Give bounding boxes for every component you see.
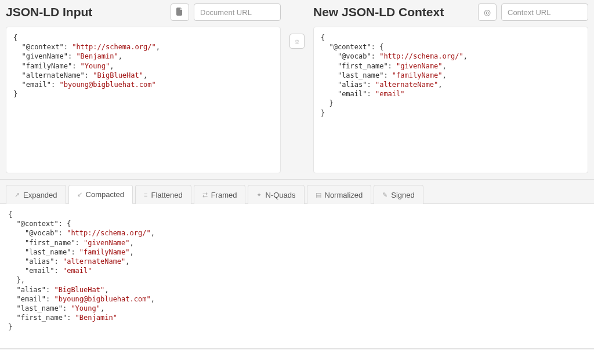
tab-label: Signed <box>391 191 414 199</box>
tab-signed[interactable]: ✎Signed <box>374 185 423 204</box>
context-panel: New JSON-LD Context ◎ { "@context": { "@… <box>307 0 594 179</box>
context-code-editor[interactable]: { "@context": { "@vocab": "http://schema… <box>313 27 588 173</box>
document-url-input[interactable] <box>194 3 281 21</box>
input-code-editor[interactable]: { "@context": "http://schema.org/", "giv… <box>6 27 281 173</box>
tab-normalized[interactable]: ▤Normalized <box>307 185 372 204</box>
tab-label: Compacted <box>86 190 124 199</box>
panel-divider: ☼ <box>287 0 307 179</box>
output-tabs: ↗Expanded↙Compacted≡Flattened⇄Framed✦N-Q… <box>0 180 594 204</box>
document-icon <box>176 8 183 17</box>
input-panel-header: JSON-LD Input <box>0 0 287 24</box>
document-icon-button[interactable] <box>171 3 189 21</box>
tab-framed[interactable]: ⇄Framed <box>194 185 246 204</box>
input-panel: JSON-LD Input { "@context": "http://sche… <box>0 0 287 179</box>
sun-icon: ☼ <box>294 37 300 45</box>
output-code-area[interactable]: { "@context": { "@vocab": "http://schema… <box>0 204 594 349</box>
context-icon-button[interactable]: ◎ <box>478 3 497 21</box>
tab-icon: ▤ <box>316 191 321 199</box>
tab-compacted[interactable]: ↙Compacted <box>68 185 133 204</box>
tab-label: Framed <box>211 191 237 199</box>
swap-button[interactable]: ☼ <box>289 34 305 49</box>
tab-icon: ↙ <box>77 191 82 198</box>
tab-icon: ↗ <box>15 191 20 199</box>
context-url-input[interactable] <box>501 3 588 21</box>
context-panel-header: New JSON-LD Context ◎ <box>307 0 594 24</box>
tab-label: N-Quads <box>265 191 295 199</box>
target-icon: ◎ <box>484 8 491 17</box>
tab-n-quads[interactable]: ✦N-Quads <box>248 185 304 204</box>
context-panel-title: New JSON-LD Context <box>313 5 473 19</box>
input-panel-title: JSON-LD Input <box>6 5 166 19</box>
tab-icon: ⇄ <box>202 191 208 199</box>
tab-flattened[interactable]: ≡Flattened <box>135 185 191 204</box>
tab-icon: ✎ <box>382 191 387 199</box>
tab-label: Normalized <box>325 191 363 199</box>
tab-icon: ✦ <box>256 191 262 199</box>
tab-icon: ≡ <box>144 191 147 198</box>
tab-label: Expanded <box>23 191 57 199</box>
footer-bar <box>0 349 594 361</box>
tab-expanded[interactable]: ↗Expanded <box>6 185 66 204</box>
tab-label: Flattened <box>151 191 182 199</box>
